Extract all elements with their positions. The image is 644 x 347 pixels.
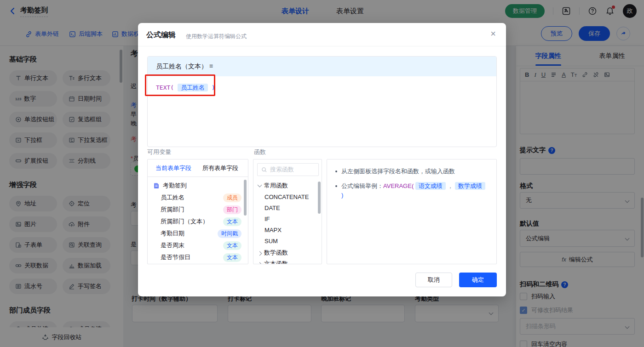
tab-current-form-fields[interactable]: 当前表单字段	[155, 164, 191, 172]
variable-row[interactable]: 所属部门（文本）文本	[148, 216, 248, 228]
function-group-text[interactable]: 文本函数	[258, 260, 288, 264]
type-badge: 成员	[223, 193, 242, 202]
tree-root[interactable]: 考勤签到	[148, 180, 248, 192]
help-line-2: 公式编辑举例：AVERAGE( 语文成绩 ， 数学成绩 )	[335, 182, 488, 200]
chevron-right-icon	[258, 251, 262, 256]
cancel-button[interactable]: 取消	[415, 273, 452, 287]
annotation-highlight-box	[145, 74, 215, 96]
bullet	[335, 185, 337, 187]
chevron-down-icon	[258, 183, 262, 188]
example-function-name: AVERAGE(	[383, 182, 414, 189]
variables-scrollbar[interactable]	[244, 180, 247, 216]
help-line-1: 从左侧面板选择字段名和函数，或输入函数	[335, 167, 488, 176]
variables-label: 可用变量	[147, 148, 171, 156]
formula-target-bar: 员工姓名（文本） =	[148, 57, 496, 76]
help-panel: 从左侧面板选择字段名和函数，或输入函数 公式编辑举例：AVERAGE( 语文成绩…	[327, 159, 497, 264]
example-chip: 数学成绩	[455, 182, 485, 190]
variable-row[interactable]: 所属部门部门	[148, 204, 248, 216]
dialog-title: 公式编辑	[146, 30, 176, 40]
variable-row[interactable]: 是否节假日文本	[148, 251, 248, 263]
function-item[interactable]: IF	[264, 216, 270, 222]
search-icon	[261, 167, 267, 173]
bullet	[335, 171, 337, 172]
function-search-input[interactable]: 搜索函数	[257, 163, 319, 176]
type-badge: 时间戳	[218, 229, 242, 238]
type-badge: 文本	[223, 217, 242, 226]
function-item[interactable]: CONCATENATE	[264, 193, 309, 200]
confirm-button[interactable]: 确定	[459, 273, 497, 287]
variables-panel: 当前表单字段 所有表单字段 考勤签到 员工姓名成员 所属部门部门 所属部门（文本…	[147, 159, 248, 264]
function-group-common[interactable]: 常用函数	[258, 182, 288, 190]
type-badge: 部门	[223, 205, 242, 214]
functions-panel: 搜索函数 常用函数 CONCATENATE DATE IF MAPX SUM 数…	[253, 159, 322, 264]
chevron-right-icon	[258, 262, 262, 264]
type-badge: 文本	[223, 253, 242, 262]
variable-row[interactable]: 员工姓名成员	[148, 192, 248, 204]
function-item[interactable]: MAPX	[264, 227, 282, 233]
variable-row[interactable]: 是否周末文本	[148, 239, 248, 251]
functions-label: 函数	[254, 148, 266, 156]
document-icon	[153, 182, 160, 189]
type-badge: 文本	[223, 241, 242, 250]
close-icon[interactable]: ×	[490, 29, 496, 38]
example-chip: 语文成绩	[415, 182, 446, 190]
tab-all-form-fields[interactable]: 所有表单字段	[202, 164, 238, 172]
header-divider	[138, 46, 506, 46]
search-placeholder: 搜索函数	[270, 165, 294, 174]
formula-editor[interactable]: 员工姓名（文本） = TEXT( 员工姓名 )	[147, 56, 497, 147]
function-group-math[interactable]: 数学函数	[258, 249, 288, 257]
variable-row[interactable]: 考勤日期时间戳	[148, 228, 248, 239]
functions-scrollbar[interactable]	[318, 182, 321, 214]
function-item[interactable]: DATE	[264, 205, 280, 211]
function-item[interactable]: SUM	[264, 238, 278, 245]
dialog-subtitle: 使用数学运算符编辑公式	[186, 33, 247, 40]
formula-edit-dialog: 公式编辑 使用数学运算符编辑公式 × 员工姓名（文本） = TEXT( 员工姓名…	[138, 23, 506, 296]
